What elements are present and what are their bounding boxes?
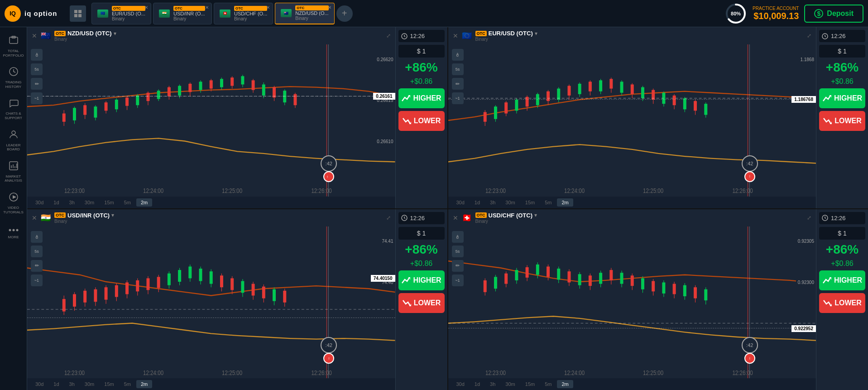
- tf-1d-4[interactable]: 1d: [470, 380, 484, 388]
- chart-dropdown-4[interactable]: ▾: [534, 212, 537, 218]
- svg-rect-117: [704, 104, 707, 115]
- tab-eurusd[interactable]: ✕ 🇪🇺 OTC EUR/USD (O... Binary: [91, 3, 151, 24]
- svg-rect-103: [630, 84, 633, 94]
- tool-5s-2[interactable]: 5s: [452, 63, 464, 75]
- chart-expand-1[interactable]: ⤢: [386, 33, 391, 39]
- tf-5m-1[interactable]: 5m: [120, 198, 135, 207]
- tool-indicator-2[interactable]: ~1: [452, 92, 464, 104]
- tf-30m-4[interactable]: 30m: [501, 380, 519, 388]
- sidebar-item-leaderboard[interactable]: LEADERBOARD: [1, 126, 26, 155]
- grid-view-button[interactable]: [70, 5, 86, 22]
- tf-15m-2[interactable]: 15m: [521, 198, 539, 207]
- tf-30d-3[interactable]: 30d: [31, 380, 48, 388]
- tf-2m-2[interactable]: 2m: [557, 198, 573, 207]
- lower-button-4[interactable]: LOWER: [819, 293, 865, 313]
- chart-close-4[interactable]: ✕: [453, 214, 458, 221]
- tf-30m-3[interactable]: 30m: [80, 380, 99, 388]
- higher-button-2[interactable]: HIGHER: [819, 88, 865, 108]
- tool-5s-4[interactable]: 5s: [452, 246, 464, 257]
- svg-rect-87: [547, 91, 550, 101]
- higher-button-3[interactable]: HIGHER: [398, 270, 445, 290]
- tool-draw-2[interactable]: ✏: [452, 78, 464, 90]
- tf-2m-4[interactable]: 2m: [557, 380, 573, 388]
- chart-dropdown-3[interactable]: ▾: [111, 212, 114, 218]
- tf-5m-4[interactable]: 5m: [540, 380, 556, 388]
- tool-draw-3[interactable]: ✏: [31, 260, 43, 272]
- chart-close-1[interactable]: ✕: [32, 32, 37, 39]
- tool-indicator-1[interactable]: ~1: [31, 92, 43, 104]
- tool-5s-3[interactable]: 5s: [31, 246, 43, 257]
- tf-5m-2[interactable]: 5m: [540, 198, 556, 207]
- svg-rect-99: [609, 79, 613, 88]
- tab-name-usdinr: USD/INR (O...: [173, 11, 205, 16]
- tf-30d-4[interactable]: 30d: [452, 380, 469, 388]
- tool-draw-1[interactable]: ✏: [31, 78, 43, 90]
- tf-3h-2[interactable]: 3h: [485, 198, 500, 207]
- tf-30d-1[interactable]: 30d: [31, 198, 48, 207]
- svg-rect-195: [578, 274, 581, 285]
- progress-text: 80%: [731, 11, 741, 16]
- svg-rect-154: [210, 271, 213, 284]
- tf-30m-1[interactable]: 30m: [80, 198, 99, 207]
- tab-nzdusd[interactable]: ✕ 🇳🇿 OTC NZD/USD (O... Binary: [275, 3, 334, 24]
- tab-usdinr[interactable]: ✕ 🇮🇳 OTC USD/INR (O... Binary: [153, 3, 212, 24]
- higher-label-2: HIGHER: [834, 94, 862, 102]
- deposit-button[interactable]: $ Deposit: [804, 5, 863, 23]
- amount-display-3: $ 1: [398, 227, 445, 240]
- svg-rect-75: [483, 112, 486, 121]
- chart-close-2[interactable]: ✕: [453, 32, 458, 39]
- tab-flag-usdchf: 🇨🇭: [220, 10, 230, 18]
- tf-2m-3[interactable]: 2m: [136, 380, 152, 388]
- chart-dropdown-1[interactable]: ▾: [114, 30, 116, 37]
- higher-button-1[interactable]: HIGHER: [398, 88, 445, 108]
- chart-expand-4[interactable]: ⤢: [807, 215, 811, 221]
- sidebar-item-portfolio[interactable]: TOTALPORTFOLIO: [1, 32, 26, 61]
- chart-main-3: ✕ 🇮🇳 OTC USD/INR (OTC) ▾ Binary ⤢ �: [27, 209, 395, 390]
- tf-1d-2[interactable]: 1d: [470, 198, 484, 207]
- tool-draw-4[interactable]: ✏: [452, 260, 464, 272]
- tf-3h-3[interactable]: 3h: [65, 380, 79, 388]
- tool-candle-4[interactable]: 🕯: [452, 231, 464, 243]
- tf-3h-1[interactable]: 3h: [65, 198, 79, 207]
- tool-candle-1[interactable]: 🕯: [31, 49, 43, 61]
- tab-close-usdchf[interactable]: ✕: [266, 5, 270, 10]
- tab-close-eurusd[interactable]: ✕: [144, 5, 148, 10]
- tab-usdchf[interactable]: ✕ 🇨🇭 OTC USD/CHF (O... Binary: [214, 3, 273, 24]
- lower-button-3[interactable]: LOWER: [398, 293, 445, 313]
- tf-30d-2[interactable]: 30d: [452, 198, 469, 207]
- sidebar-item-chats[interactable]: CHATS &SUPPORT: [1, 94, 26, 124]
- tf-1d-1[interactable]: 1d: [49, 198, 63, 207]
- chart-dropdown-2[interactable]: ▾: [535, 30, 537, 37]
- tf-15m-1[interactable]: 15m: [100, 198, 118, 207]
- svg-rect-38: [146, 93, 149, 101]
- chart-expand-3[interactable]: ⤢: [386, 215, 391, 221]
- chart-panel-4: ✕ 🇨🇭 OTC USD/CHF (OTC) ▾ Binary ⤢ �: [448, 209, 868, 390]
- lower-button-2[interactable]: LOWER: [819, 111, 865, 131]
- tf-15m-3[interactable]: 15m: [100, 380, 118, 388]
- sidebar-item-market[interactable]: MARKETANALYSIS: [1, 157, 26, 187]
- chart-close-3[interactable]: ✕: [32, 214, 37, 221]
- tf-5m-3[interactable]: 5m: [120, 380, 135, 388]
- sidebar-label-market: MARKETANALYSIS: [5, 174, 22, 183]
- tool-indicator-4[interactable]: ~1: [452, 274, 464, 286]
- sidebar-item-videos[interactable]: VIDEOTUTORIALS: [1, 188, 26, 218]
- tf-1d-3[interactable]: 1d: [49, 380, 63, 388]
- tool-candle-2[interactable]: 🕯: [452, 49, 464, 61]
- sidebar-item-more[interactable]: MORE: [1, 220, 26, 243]
- time-display-2: 12:26: [819, 30, 865, 42]
- tf-2m-1[interactable]: 2m: [136, 198, 152, 207]
- chart-expand-2[interactable]: ⤢: [807, 33, 811, 39]
- sidebar-item-history[interactable]: TRADINGHISTORY: [1, 63, 26, 92]
- tf-15m-4[interactable]: 15m: [521, 380, 539, 388]
- tab-close-nzdusd[interactable]: ✕: [328, 5, 331, 10]
- tab-close-usdinr[interactable]: ✕: [205, 5, 209, 10]
- tf-30m-2[interactable]: 30m: [501, 198, 519, 207]
- lower-button-1[interactable]: LOWER: [398, 111, 445, 131]
- higher-button-4[interactable]: HIGHER: [819, 270, 865, 290]
- otc-badge-usdinr: OTC: [173, 6, 205, 11]
- add-tab-button[interactable]: +: [336, 5, 353, 22]
- tool-candle-3[interactable]: 🕯: [31, 231, 43, 243]
- tf-3h-4[interactable]: 3h: [485, 380, 500, 388]
- tool-5s-1[interactable]: 5s: [31, 63, 43, 75]
- tool-indicator-3[interactable]: ~1: [31, 274, 43, 286]
